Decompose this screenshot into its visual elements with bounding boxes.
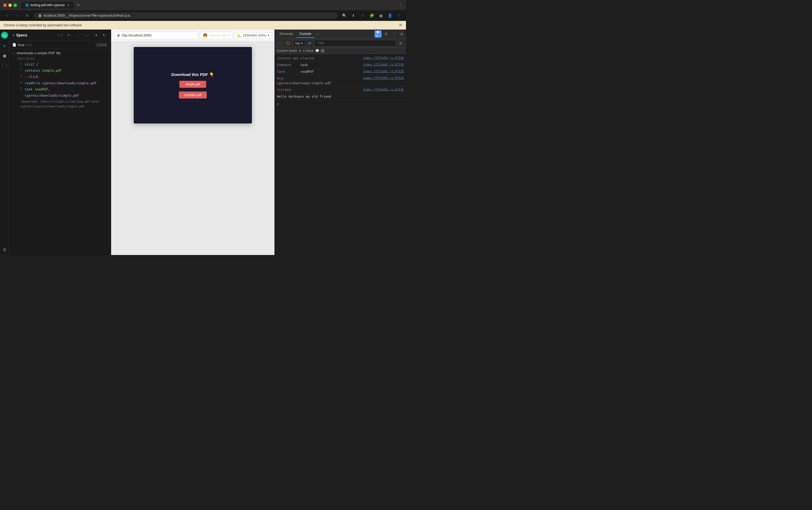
console-entry-hello: Hello darkness my old friend (275, 93, 406, 100)
sidebar-item-specs[interactable]: ≡ (1, 42, 8, 50)
code-line-2: 2 contains simple.pdf (9, 68, 111, 74)
app-area: ⚙ http://localhost:3000/ Chrome 104 ▾ 📐 … (111, 30, 274, 255)
file-time: 121ms (95, 43, 108, 47)
device-mode-button[interactable]: 🚫 (285, 40, 291, 47)
tab-close-button[interactable]: ✕ (66, 3, 70, 7)
code-line-1: 1 visit / (9, 61, 111, 68)
devtools-close-button[interactable]: ✕ (399, 31, 404, 38)
code-text-5b: cypress/downloads/simple.pdf (25, 93, 79, 98)
preview-url-bar[interactable]: ⚙ http://localhost:3000/ (114, 32, 198, 39)
console-yielded-file[interactable]: index.ff3f1e82.js:97135 (363, 88, 404, 92)
inspect-button[interactable]: ⬚ (277, 40, 283, 47)
menu-icon[interactable]: ⋮ (395, 12, 403, 19)
console-command-text: Command: task (277, 63, 361, 67)
pass-badge: ✓ 1 (56, 33, 64, 37)
url-text: localhost:3000/__/#/specs/runner?file=cy… (44, 14, 130, 18)
console-cleared-file[interactable]: index.ff3f1e82.js:97142 (363, 56, 404, 60)
command-val: task (300, 63, 308, 67)
url-bar[interactable]: 🔒 localhost:3000/__/#/specs/runner?file=… (34, 12, 338, 19)
back-button[interactable]: ‹ (3, 12, 11, 19)
search-icon[interactable]: 🔍 (341, 12, 348, 19)
forward-button[interactable]: › (13, 12, 21, 19)
console-task-text: Task: readPdf (277, 69, 361, 74)
specs-refresh-button[interactable]: ↻ (101, 32, 108, 39)
sidebar-bottom: ⚙ (1, 245, 8, 254)
maximize-window-button[interactable] (13, 3, 17, 7)
preview-settings-icon: ⚙ (117, 33, 120, 37)
hello-text: Hello darkness my old friend (277, 94, 404, 99)
devtools-more-button[interactable]: ⋮ (391, 31, 398, 37)
chevron-down-icon: ▾ (299, 49, 301, 53)
reload-button[interactable]: ↻ (24, 12, 31, 19)
banner-text: Chrome is being controlled by automated … (4, 23, 82, 27)
cypress-logo[interactable]: cy (1, 32, 8, 39)
viewport-selector[interactable]: 📐 1000x660 (43%) ▾ (235, 32, 272, 39)
console-badge: 💬 1 (375, 31, 382, 37)
complex-pdf-button[interactable]: complex.pdf (179, 92, 207, 98)
sidebar-toggle-icon[interactable]: ▣ (377, 12, 384, 19)
line-num-4: 4 (17, 81, 22, 85)
line-num-3: 3 (17, 74, 22, 78)
banner-close-button[interactable]: ✕ (399, 23, 402, 28)
devtools-settings-button[interactable]: ⚙ (383, 31, 389, 37)
sidebar-item-runs[interactable]: ⬟ (1, 52, 8, 60)
bookmark-icon[interactable]: ☆ (359, 12, 366, 19)
tab-strip-end: ⋮ (399, 3, 403, 7)
browser-dropdown-icon: ▾ (228, 34, 230, 37)
address-actions: 🔍 ⬆ ☆ 🧩 ▣ 👤 ⋮ (341, 12, 403, 19)
browser-selector[interactable]: Chrome 104 ▾ (200, 32, 233, 39)
close-window-button[interactable] (3, 3, 7, 7)
custom-levels-label: Custom levels (277, 49, 297, 53)
main-layout: cy ≡ ⬟ ⋮⋮ ⚙ ≡ Specs ✓ 1 ✗ -- -- ○ -- ▾ ↻ (0, 30, 406, 255)
command-key: Command: (277, 63, 292, 67)
line-num-5: 5 (17, 87, 22, 91)
task-val: readPdf (300, 70, 314, 73)
devtools-panel: Elements Console » 💬 1 ⚙ ⋮ ✕ ⬚ 🚫 top ▾ 👁… (274, 30, 406, 255)
tab-more[interactable]: » (315, 31, 320, 37)
preview-frame: Download this PDF 👇 simple.pdf complex.p… (111, 41, 274, 255)
console-prompt[interactable]: > (275, 100, 406, 108)
console-cleared-text: Console was cleared (277, 56, 361, 61)
issue-num: 1 (320, 49, 325, 53)
new-tab-button[interactable]: + (75, 2, 82, 8)
tab-title: testing-pdf-with-cypress (31, 3, 65, 7)
code-line-5: 5 task readPdf, (9, 86, 111, 93)
devtools-toolbar: ⬚ 🚫 top ▾ 👁 ⚙ (275, 39, 406, 48)
cypress-logo-text: cy (3, 33, 6, 37)
console-cmd-file[interactable]: index.ff3f1e82.js:97135 (363, 63, 404, 67)
devtools-actions: 💬 1 ⚙ ⋮ ✕ (375, 31, 404, 38)
filter-input[interactable] (315, 40, 396, 47)
profile-icon[interactable]: 👤 (386, 12, 394, 19)
specs-badges: ✓ 1 ✗ -- -- ○ -- (56, 33, 90, 37)
arg-key: Arg: (277, 77, 285, 80)
extension-icon[interactable]: 🧩 (368, 12, 375, 19)
console-settings-button[interactable]: ⚙ (398, 40, 404, 47)
tab-console[interactable]: Console (296, 30, 314, 38)
file-icon: 📄 (12, 43, 17, 47)
active-tab[interactable]: 🌐 testing-pdf-with-cypress ✕ (21, 2, 74, 8)
file-name: final (18, 43, 24, 47)
devtools-tabs: Elements Console » 💬 1 ⚙ ⋮ ✕ (275, 30, 406, 39)
test-name-label: downloads a simple PDF file (17, 51, 61, 55)
code-line-4: 4 readFile cypress/downloads/simple.pdf (9, 80, 111, 86)
eye-button[interactable]: 👁 (307, 40, 313, 47)
console-arg-file[interactable]: index.ff3f1e82.js:97135 (363, 76, 404, 81)
console-entry-task: Task: readPdf index.ff3f1e82.js:97135 (275, 68, 406, 75)
file-row[interactable]: 📄 final cy.ts 121ms (9, 41, 111, 49)
console-task-file[interactable]: index.ff3f1e82.js:97135 (363, 69, 404, 74)
sidebar-item-settings[interactable]: ⚙ (1, 246, 8, 253)
frame-selector[interactable]: top ▾ (293, 40, 305, 46)
sidebar-item-debug[interactable]: ⋮⋮ (1, 62, 8, 69)
code-text-3: - click (25, 74, 38, 80)
cypress-sidebar: cy ≡ ⬟ ⋮⋮ ⚙ (0, 30, 9, 255)
specs-title: ≡ Specs (12, 33, 54, 37)
minimize-window-button[interactable] (8, 3, 12, 7)
specs-dropdown-button[interactable]: ▾ (93, 32, 99, 39)
tab-elements[interactable]: Elements (276, 30, 296, 38)
simple-pdf-button[interactable]: simple.pdf (179, 81, 206, 88)
custom-levels-bar: Custom levels ▾ 1 Issue: 💬 1 (275, 48, 406, 54)
console-yielded-text: Yielded: (277, 88, 361, 92)
console-arg-text: Arg: cypress/downloads/simple.pdf (277, 76, 361, 86)
share-icon[interactable]: ⬆ (350, 12, 357, 19)
pending-badge: -- (76, 33, 81, 37)
